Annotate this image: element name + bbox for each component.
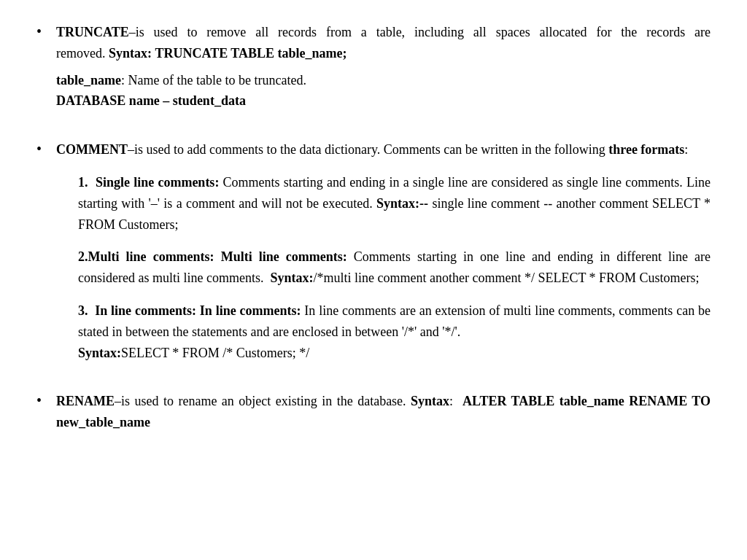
truncate-center: table_name: Name of the table to be trun… [56, 70, 711, 112]
truncate-para: TRUNCATE–is used to remove all records f… [56, 22, 711, 64]
inline-syntax-label: Syntax: [78, 346, 121, 360]
single-line-syntax-label: Syntax:-- [376, 196, 428, 211]
inline-section: 3. In line comments: In line comments: I… [78, 300, 711, 363]
bullet-symbol-3: • [36, 392, 42, 409]
inline-number: 3. [78, 303, 95, 318]
truncate-syntax-label: Syntax: [109, 46, 152, 61]
comment-content: COMMENT–is used to add comments to the d… [56, 139, 711, 369]
rename-syntax-label: Syntax [411, 394, 449, 408]
truncate-syntax-text: TRUNCATE TABLE table_name; [155, 46, 347, 61]
rename-syntax-text: : [449, 394, 453, 408]
multi-line-number: 2. [78, 249, 88, 264]
comment-intro: –is used to add comments to the data dic… [128, 142, 605, 157]
single-line-title: Single line comments: [96, 175, 219, 190]
comment-formats-bold: three formats [608, 142, 684, 157]
comment-intro-end: : [684, 142, 688, 157]
single-line-section: 1. Single line comments: Comments starti… [78, 172, 711, 235]
comment-keyword: COMMENT [56, 142, 128, 157]
inline-para: 3. In line comments: In line comments: I… [78, 300, 711, 363]
truncate-db-name: DATABASE name – student_data [56, 93, 246, 108]
rename-keyword: RENAME [56, 394, 115, 408]
truncate-center-line2: DATABASE name – student_data [56, 90, 711, 112]
list-item-rename: • RENAME–is used to rename an object exi… [36, 391, 711, 433]
truncate-center-line1-text: : Name of the table to be truncated. [121, 73, 306, 88]
main-content: • TRUNCATE–is used to remove all records… [36, 22, 711, 433]
list-item-comment: • COMMENT–is used to add comments to the… [36, 139, 711, 369]
bullet-symbol-2: • [36, 141, 42, 158]
list-item-truncate: • TRUNCATE–is used to remove all records… [36, 22, 711, 117]
inline-title2: In line comments: [200, 303, 301, 318]
inline-syntax-text: SELECT * FROM /* Customers; */ [121, 346, 309, 360]
multi-line-syntax-text: /*multi line comment another comment */ … [313, 271, 699, 285]
truncate-keyword: TRUNCATE [56, 25, 129, 39]
multi-line-syntax-label: Syntax: [270, 271, 313, 285]
truncate-table-name-label: table_name [56, 73, 121, 88]
multi-line-title: Multi line comments: [88, 249, 214, 264]
truncate-content: TRUNCATE–is used to remove all records f… [56, 22, 711, 117]
bullet-list: • TRUNCATE–is used to remove all records… [36, 22, 711, 433]
rename-content: RENAME–is used to rename an object exist… [56, 391, 711, 433]
bullet-symbol: • [36, 23, 42, 40]
rename-para: RENAME–is used to rename an object exist… [56, 391, 711, 433]
inline-title: In line comments: [95, 303, 196, 318]
truncate-center-line1: table_name: Name of the table to be trun… [56, 70, 711, 91]
multi-line-section: 2.Multi line comments: Multi line commen… [78, 246, 711, 289]
rename-intro: –is used to rename an object existing in… [115, 394, 406, 408]
comment-intro-para: COMMENT–is used to add comments to the d… [56, 139, 711, 160]
single-line-para: 1. Single line comments: Comments starti… [78, 172, 711, 235]
single-line-number: 1. [78, 175, 96, 190]
multi-line-para: 2.Multi line comments: Multi line commen… [78, 246, 711, 289]
multi-line-title2: Multi line comments: [221, 249, 347, 264]
